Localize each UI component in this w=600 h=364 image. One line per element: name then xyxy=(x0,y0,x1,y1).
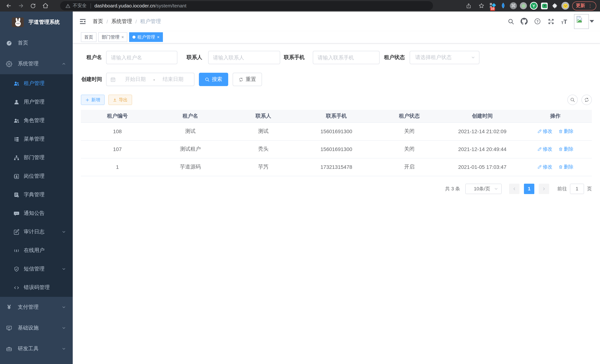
sidebar-item-system[interactable]: 系统管理 xyxy=(0,53,73,74)
profile-emoji-icon[interactable] xyxy=(562,2,569,10)
refresh-table-button[interactable] xyxy=(581,95,592,105)
navbar: 首页 / 系统管理 / 租户管理 ? xyxy=(73,11,600,31)
status-select[interactable]: 请选择租户状态 xyxy=(410,51,479,64)
sidebar-item-dev-tools[interactable]: 研发工具 xyxy=(0,338,73,359)
browser-home-button[interactable] xyxy=(40,1,50,10)
close-icon[interactable]: × xyxy=(121,35,124,40)
browser-chrome: 不安全 dashboard.yudao.iocoder.cn /system/t… xyxy=(0,0,600,11)
tenant-table: 租户编号 租户名 联系人 联系手机 租户状态 创建时间 操作 108 测试 xyxy=(81,110,592,176)
bookmark-star-icon[interactable] xyxy=(477,1,486,10)
browser-back-button[interactable] xyxy=(4,1,13,10)
sidebar-item-tenant[interactable]: 租户管理 xyxy=(0,74,73,93)
browser-update-button[interactable]: 更新 ⋮ xyxy=(572,1,596,10)
delete-link[interactable]: 删除 xyxy=(558,164,573,170)
delete-link[interactable]: 删除 xyxy=(558,128,573,135)
edit-icon xyxy=(537,165,542,169)
tab-dept[interactable]: 部门管理 × xyxy=(98,32,127,42)
sidebar: 芋道管理系统 首页 系统管理 xyxy=(0,11,73,364)
page-size-select[interactable]: 10条/页 xyxy=(465,184,502,194)
extension-gray-green-icon[interactable] xyxy=(520,2,527,9)
extension-diamond-icon[interactable]: 10 xyxy=(489,2,497,9)
sidebar-item-payment[interactable]: ¥ 支付管理 xyxy=(0,297,73,318)
chevron-down-icon xyxy=(494,187,498,191)
status-label: 租户状态 xyxy=(384,54,405,61)
close-icon[interactable]: × xyxy=(157,35,159,40)
user-menu[interactable] xyxy=(574,14,594,29)
reset-button[interactable]: 重置 xyxy=(233,73,262,86)
edit-link[interactable]: 修改 xyxy=(537,146,552,152)
prev-page-button[interactable] xyxy=(509,184,519,194)
next-page-button[interactable] xyxy=(539,184,549,194)
sidebar-item-dept[interactable]: 部门管理 xyxy=(0,149,73,167)
sidebar-item-infra[interactable]: 基础设施 xyxy=(0,318,73,338)
dictionary-icon xyxy=(13,192,20,198)
sidebar-item-dict[interactable]: 字典管理 xyxy=(0,186,73,204)
goto-page-input[interactable] xyxy=(570,184,584,194)
sidebar-item-menu[interactable]: 菜单管理 xyxy=(0,130,73,149)
fullscreen-icon[interactable] xyxy=(547,18,554,25)
sidebar-item-sms[interactable]: 短信管理 xyxy=(0,260,73,278)
status-text: 开启 xyxy=(373,158,446,176)
id-badge-icon xyxy=(13,173,20,179)
sidebar-item-audit-log[interactable]: 审计日志 xyxy=(0,223,73,241)
tab-home[interactable]: 首页 xyxy=(81,32,96,42)
edit-link[interactable]: 修改 xyxy=(537,164,552,170)
sidebar-item-online-users[interactable]: 在线用户 xyxy=(0,241,73,260)
page-number-current[interactable]: 1 xyxy=(524,184,534,194)
breadcrumb-item[interactable]: 首页 xyxy=(93,18,103,25)
edit-link[interactable]: 修改 xyxy=(537,128,552,135)
edit-log-icon xyxy=(13,229,20,235)
chevron-up-icon xyxy=(62,62,66,66)
url-host: dashboard.yudao.iocoder.cn xyxy=(94,3,155,9)
extension-badge: 10 xyxy=(490,7,495,10)
font-size-icon[interactable]: TT xyxy=(561,18,568,25)
extension-kite-icon[interactable] xyxy=(499,2,507,9)
edit-icon xyxy=(537,147,542,151)
date-range-picker[interactable]: 开始日期 - 结束日期 xyxy=(106,73,194,86)
app-logo-row[interactable]: 芋道管理系统 xyxy=(0,11,73,33)
refresh-icon xyxy=(239,77,244,82)
extension-chat-icon[interactable] xyxy=(541,2,548,9)
status-text: 关闭 xyxy=(373,140,446,158)
not-secure-icon xyxy=(65,3,71,8)
extensions-puzzle-icon[interactable] xyxy=(551,2,558,9)
col-contact: 联系人 xyxy=(227,110,300,122)
app-logo xyxy=(12,17,24,27)
browser-forward-button[interactable] xyxy=(16,1,26,10)
toggle-search-button[interactable] xyxy=(567,95,578,105)
contact-input[interactable] xyxy=(208,51,280,64)
github-icon[interactable] xyxy=(521,18,528,25)
trash-icon xyxy=(558,165,563,169)
search-icon xyxy=(205,77,210,82)
sidebar-item-user[interactable]: 用户管理 xyxy=(0,93,73,111)
address-bar[interactable]: 不安全 dashboard.yudao.iocoder.cn /system/t… xyxy=(60,1,433,10)
security-label: 不安全 xyxy=(73,3,87,9)
extension-y-icon[interactable]: Y xyxy=(530,2,538,10)
share-icon[interactable] xyxy=(464,1,473,10)
browser-reload-button[interactable] xyxy=(28,1,38,10)
sidebar-item-role[interactable]: 角色管理 xyxy=(0,111,73,130)
tenant-name-input[interactable] xyxy=(106,51,177,64)
col-tenant-id: 租户编号 xyxy=(81,110,154,122)
help-icon[interactable]: ? xyxy=(534,18,541,25)
search-button[interactable]: 搜索 xyxy=(199,73,228,86)
sidebar-item-error-code[interactable]: 错误码管理 xyxy=(0,278,73,297)
sidebar-item-home[interactable]: 首页 xyxy=(0,33,73,53)
delete-link[interactable]: 删除 xyxy=(558,146,573,152)
sidebar-collapse-icon[interactable] xyxy=(79,17,87,25)
add-button[interactable]: 新增 xyxy=(81,95,105,105)
chevron-down-icon xyxy=(62,326,66,330)
export-button[interactable]: 导出 xyxy=(108,95,132,105)
sidebar-item-post[interactable]: 岗位管理 xyxy=(0,167,73,186)
tree-list-icon xyxy=(13,136,20,142)
sidebar-item-notice[interactable]: 通知公告 xyxy=(0,204,73,223)
phone-input[interactable] xyxy=(313,51,380,64)
table-row: 107 测试租户 秃头 15601691300 关闭 2021-12-14 20… xyxy=(81,140,592,158)
users-icon xyxy=(13,80,20,87)
online-signal-icon xyxy=(13,247,20,254)
extension-command-icon[interactable]: ⌘ xyxy=(510,2,517,9)
phone-label: 联系手机 xyxy=(284,54,305,61)
page-unit-label: 页 xyxy=(587,185,592,192)
tab-tenant[interactable]: 租户管理 × xyxy=(129,32,163,42)
header-search-icon[interactable] xyxy=(507,18,514,25)
